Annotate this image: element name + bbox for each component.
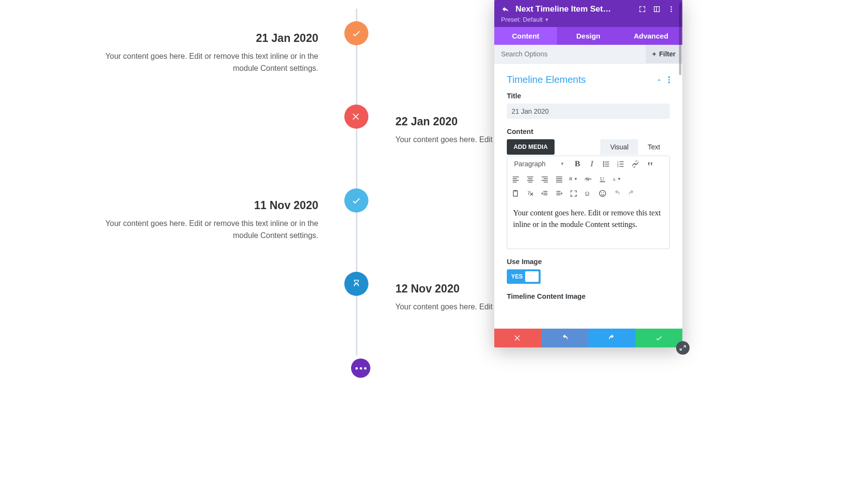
tab-content[interactable]: Content: [494, 27, 557, 45]
fullscreen-button[interactable]: [569, 189, 578, 198]
field-timeline-content-image: Timeline Content Image: [507, 292, 670, 300]
align-justify-icon: [555, 175, 563, 183]
svg-point-54: [603, 192, 604, 193]
indent-button[interactable]: [555, 189, 563, 198]
svg-rect-27: [556, 176, 562, 177]
svg-rect-17: [513, 180, 519, 180]
cancel-button[interactable]: [494, 329, 542, 347]
timeline-item-text[interactable]: Your content goes here. Edit or remove t…: [96, 218, 318, 242]
strike-icon: S: [584, 175, 592, 183]
section-menu-button[interactable]: [668, 76, 670, 83]
title-field-label: Title: [507, 92, 670, 100]
italic-button[interactable]: I: [587, 159, 596, 168]
timeline-content-image-label: Timeline Content Image: [507, 292, 670, 300]
more-badge[interactable]: [351, 358, 370, 378]
svg-point-3: [603, 161, 604, 162]
close-icon: [514, 334, 522, 342]
svg-point-5: [603, 163, 604, 165]
chevron-up-icon[interactable]: [656, 77, 663, 83]
preset-selector[interactable]: Preset: Default ▼: [501, 16, 676, 23]
timeline-item-title[interactable]: 11 Nov 2020: [96, 199, 318, 212]
tab-design[interactable]: Design: [557, 27, 620, 45]
panel-body: Timeline Elements Title Content ADD MEDI…: [494, 64, 682, 329]
title-input[interactable]: [507, 104, 670, 119]
tab-advanced[interactable]: Advanced: [620, 27, 682, 45]
emoji-button[interactable]: [598, 189, 607, 198]
panel-header: Next Timeline Item Set… Preset: Default …: [494, 0, 682, 27]
svg-rect-29: [556, 180, 562, 180]
svg-rect-4: [605, 161, 609, 162]
clear-format-button[interactable]: T: [526, 189, 534, 198]
add-media-button[interactable]: ADD MEDIA: [507, 139, 555, 155]
special-char-button[interactable]: Ω: [583, 189, 592, 198]
svg-rect-10: [619, 161, 624, 161]
rich-text-editor: Paragraph ▼ B I 123 ▼ S: [507, 156, 670, 249]
bulleted-list-button[interactable]: [602, 159, 610, 168]
use-image-label: Use Image: [507, 258, 670, 266]
svg-rect-23: [542, 176, 548, 177]
svg-rect-14: [619, 166, 624, 166]
scrollbar[interactable]: [679, 3, 681, 75]
bold-button[interactable]: B: [573, 159, 582, 168]
svg-rect-30: [556, 182, 562, 182]
svg-rect-6: [605, 163, 609, 164]
svg-rect-8: [605, 166, 609, 166]
editor-mode-text[interactable]: Text: [638, 139, 670, 155]
plus-icon: +: [652, 50, 656, 58]
svg-text:3: 3: [617, 165, 619, 167]
undo-editor-button[interactable]: [612, 189, 621, 198]
filter-button[interactable]: + Filter: [646, 45, 682, 63]
back-button[interactable]: [501, 5, 510, 13]
reply-icon: [502, 5, 509, 13]
underline-button[interactable]: U: [598, 174, 607, 183]
timeline-item-title[interactable]: 21 Jan 2020: [96, 32, 318, 45]
paste-button[interactable]: [511, 189, 520, 198]
expand-settings-button[interactable]: [638, 5, 647, 13]
table-icon: [569, 175, 573, 183]
redo-button[interactable]: [588, 329, 636, 347]
timeline-badge-close[interactable]: [344, 105, 368, 129]
search-input[interactable]: [494, 45, 646, 63]
save-button[interactable]: [636, 329, 683, 347]
outdent-icon: [541, 189, 549, 198]
paragraph-format-dropdown[interactable]: Paragraph ▼: [511, 159, 567, 169]
svg-rect-20: [528, 178, 532, 179]
table-button[interactable]: ▼: [569, 174, 578, 183]
use-image-toggle[interactable]: YES: [507, 269, 541, 284]
undo-icon: [613, 189, 621, 198]
expand-fab-button[interactable]: [676, 341, 690, 355]
svg-rect-41: [514, 190, 516, 191]
link-icon: [631, 160, 639, 168]
align-right-button[interactable]: [540, 174, 549, 183]
timeline-item-text[interactable]: Your content goes here. Edit or remove t…: [96, 51, 318, 75]
svg-rect-47: [543, 194, 547, 195]
timeline-badge-hourglass[interactable]: [344, 272, 368, 296]
align-left-button[interactable]: [511, 174, 520, 183]
align-justify-button[interactable]: [555, 174, 563, 183]
editor-mode-visual[interactable]: Visual: [600, 139, 638, 155]
field-title: Title: [507, 92, 670, 119]
editor-content-area[interactable]: Your content goes here. Edit or remove t…: [507, 200, 669, 249]
undo-button[interactable]: [542, 329, 589, 347]
timeline-badge-check[interactable]: [344, 21, 368, 45]
timeline-badge-check[interactable]: [344, 188, 368, 212]
list-ul-icon: [602, 160, 610, 168]
section-header[interactable]: Timeline Elements: [507, 69, 670, 92]
numbered-list-button[interactable]: 123: [616, 159, 625, 168]
panel-title: Next Timeline Item Set…: [515, 4, 632, 14]
align-center-button[interactable]: [526, 174, 534, 183]
timeline-content-left: 21 Jan 2020 Your content goes here. Edit…: [96, 32, 318, 75]
align-left-icon: [512, 175, 520, 183]
hourglass-icon: [352, 279, 361, 289]
responsive-toggle-button[interactable]: [652, 5, 661, 13]
text-color-button[interactable]: A▼: [612, 174, 621, 183]
outdent-button[interactable]: [540, 189, 549, 198]
link-button[interactable]: [631, 159, 639, 168]
redo-editor-button[interactable]: [627, 189, 636, 198]
panel-menu-button[interactable]: [667, 5, 676, 13]
svg-rect-24: [543, 178, 548, 179]
strikethrough-button[interactable]: S: [583, 174, 592, 183]
check-icon: [351, 28, 362, 39]
blockquote-button[interactable]: [645, 159, 654, 168]
align-right-icon: [541, 175, 549, 183]
